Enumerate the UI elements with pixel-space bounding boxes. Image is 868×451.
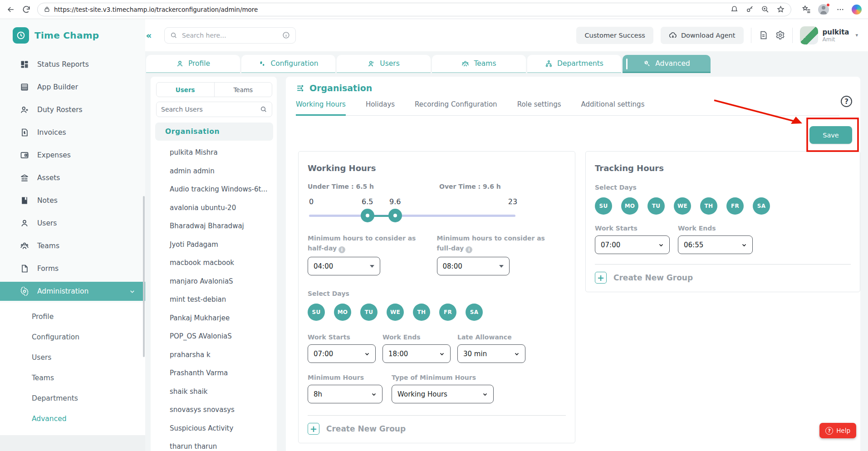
user-list-item[interactable]: Audio tracking Windows-6t...	[155, 180, 273, 199]
customer-success-button[interactable]: Customer Success	[576, 27, 653, 44]
browser-menu-icon[interactable]	[836, 5, 844, 14]
user-list-item[interactable]: pulkita Mishra	[155, 143, 273, 162]
day-chip[interactable]: FR	[726, 197, 744, 215]
subtab-additional-settings[interactable]: Additional settings	[581, 100, 645, 116]
save-button[interactable]: Save	[809, 126, 852, 144]
user-list-item[interactable]: macbook macbook	[155, 254, 273, 272]
work-starts-select[interactable]: 07:00	[308, 344, 376, 363]
brand-logo[interactable]: Time Champ	[0, 19, 145, 51]
user-list-item[interactable]: admin admin	[155, 162, 273, 181]
submenu-item-departments[interactable]: Departments	[0, 388, 145, 408]
info-icon[interactable]	[282, 31, 290, 39]
help-circle-icon[interactable]: ?	[841, 96, 852, 107]
password-key-icon[interactable]	[746, 5, 754, 13]
late-allowance-select[interactable]: 30 min	[457, 344, 525, 363]
info-icon[interactable]: i	[466, 246, 472, 253]
day-chip[interactable]: MO	[334, 304, 351, 321]
zoom-icon[interactable]	[761, 5, 769, 13]
user-list-item[interactable]: snovasys snovasys	[155, 401, 273, 419]
work-ends-select[interactable]: 18:00	[383, 344, 451, 363]
tab-configuration[interactable]: Configuration	[241, 55, 335, 73]
tab-departments[interactable]: Departments	[527, 55, 621, 73]
day-chip[interactable]: FR	[439, 304, 456, 321]
sidebar-item-notes[interactable]: Notes	[0, 189, 145, 212]
tracking-work-ends-select[interactable]: 06:55	[678, 235, 753, 254]
submenu-item-users[interactable]: Users	[0, 347, 145, 368]
day-chip[interactable]: TU	[647, 197, 665, 215]
day-chip[interactable]: WE	[387, 304, 404, 321]
submenu-item-teams[interactable]: Teams	[0, 368, 145, 388]
subtab-role-settings[interactable]: Role settings	[517, 100, 561, 116]
info-icon[interactable]: i	[338, 246, 345, 253]
user-list-item[interactable]: manjaro AvaloniaS	[155, 272, 273, 291]
user-list-item[interactable]: shaik shaik	[155, 382, 273, 401]
subtab-holidays[interactable]: Holidays	[366, 100, 395, 116]
day-chip[interactable]: TU	[360, 304, 378, 321]
day-chip[interactable]: SA	[466, 304, 483, 321]
global-search-input[interactable]: Search here...	[164, 27, 296, 44]
submenu-item-profile[interactable]: Profile	[0, 306, 145, 327]
sidebar-item-users[interactable]: Users	[0, 212, 145, 235]
tab-users[interactable]: Users	[337, 55, 431, 73]
tab-advanced[interactable]: Advanced	[623, 55, 711, 73]
sidebar-item-expenses[interactable]: Expenses	[0, 144, 145, 167]
user-list-item[interactable]: POP_OS AValoniaS	[155, 327, 273, 346]
settings-gear-icon[interactable]	[775, 30, 785, 40]
browser-profile-avatar[interactable]	[818, 4, 829, 15]
user-list-item[interactable]: Bharadwaj Bharadwaj	[155, 217, 273, 235]
help-button[interactable]: ? Help	[819, 423, 856, 438]
sidebar-scrollbar[interactable]	[143, 196, 145, 357]
sidebar-item-status-reports[interactable]: Status Reports	[0, 53, 145, 76]
organisation-list-item[interactable]: Organisation	[155, 123, 273, 141]
address-bar[interactable]: https://test-site.v3.timechamp.io/tracke…	[37, 3, 791, 16]
sidebar-item-duty-rosters[interactable]: Duty Rosters	[0, 98, 145, 121]
toggle-users[interactable]: Users	[157, 83, 215, 97]
submenu-item-configuration[interactable]: Configuration	[0, 327, 145, 347]
day-chip[interactable]: SU	[595, 197, 612, 215]
day-chip[interactable]: TH	[700, 197, 717, 215]
user-menu[interactable]: pulkita Amit ▾	[800, 26, 858, 44]
notifications-icon[interactable]	[731, 5, 738, 13]
minimum-hours-select[interactable]: 8h	[308, 385, 383, 403]
user-list-item[interactable]: praharsha k	[155, 346, 273, 364]
slider-handle-low[interactable]	[361, 209, 374, 222]
create-new-group-button[interactable]: + Create New Group	[308, 423, 566, 435]
favorite-star-icon[interactable]	[777, 5, 785, 13]
user-list-item[interactable]: Suspicious Activity	[155, 419, 273, 438]
search-users-input[interactable]: Search Users	[156, 102, 272, 117]
sidebar-item-invoices[interactable]: Invoices	[0, 121, 145, 144]
tab-profile[interactable]: Profile	[146, 55, 240, 73]
copilot-icon[interactable]	[852, 5, 862, 15]
user-list-item[interactable]: Jyoti Padagam	[155, 235, 273, 254]
refresh-icon[interactable]	[22, 5, 31, 14]
sidebar-item-assets[interactable]: Assets	[0, 167, 145, 189]
full-day-select[interactable]: 08:00	[437, 257, 510, 275]
sidebar-item-teams[interactable]: Teams	[0, 235, 145, 257]
user-list-item[interactable]: Prashanth Varma	[155, 364, 273, 382]
back-icon[interactable]	[6, 5, 15, 14]
slider-handle-high[interactable]	[388, 209, 402, 222]
sidebar-item-administration[interactable]: Administration	[0, 282, 145, 301]
user-list-item[interactable]: avalonia ubuntu-20	[155, 199, 273, 217]
day-chip[interactable]: MO	[621, 197, 638, 215]
day-chip[interactable]: TH	[413, 304, 430, 321]
slider-track[interactable]	[309, 215, 515, 217]
day-chip[interactable]: SA	[753, 197, 770, 215]
type-of-minimum-hours-select[interactable]: Working Hours	[392, 385, 494, 403]
create-new-group-button[interactable]: + Create New Group	[595, 272, 851, 284]
toggle-teams[interactable]: Teams	[215, 83, 272, 97]
subtab-recording-configuration[interactable]: Recording Configuration	[415, 100, 497, 116]
download-agent-button[interactable]: Download Agent	[661, 27, 744, 44]
submenu-item-advanced[interactable]: Advanced	[0, 408, 145, 429]
tracking-work-starts-select[interactable]: 07:00	[595, 235, 670, 254]
subtab-working-hours[interactable]: Working Hours	[296, 100, 346, 116]
collections-icon[interactable]	[802, 5, 811, 14]
day-chip[interactable]: SU	[308, 304, 325, 321]
day-chip[interactable]: WE	[674, 197, 691, 215]
user-list-item[interactable]: Pankaj Mukharjee	[155, 309, 273, 328]
half-day-select[interactable]: 04:00	[308, 257, 380, 275]
document-icon[interactable]	[759, 30, 768, 40]
sidebar-item-app-builder[interactable]: App Builder	[0, 76, 145, 98]
user-list-item[interactable]: mint test-debian	[155, 290, 273, 309]
sidebar-item-forms[interactable]: Forms	[0, 257, 145, 280]
